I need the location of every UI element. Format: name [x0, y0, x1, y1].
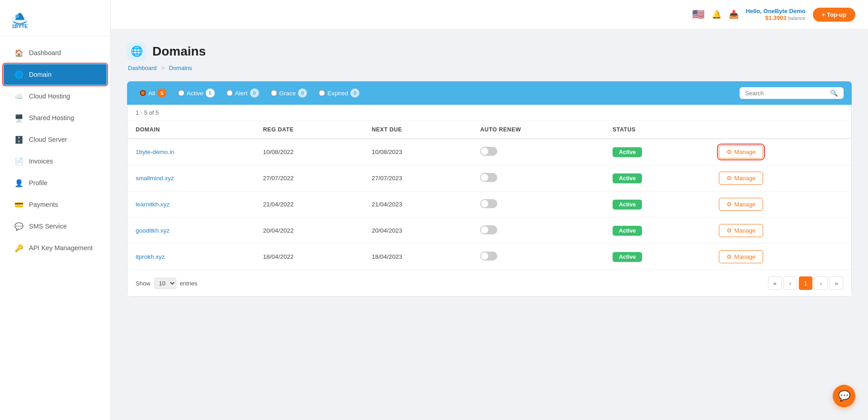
sidebar-item-dashboard[interactable]: 🏠 Dashboard: [4, 42, 107, 63]
table-row: smallmind.xyz 27/07/2022 27/07/2023 Acti…: [127, 165, 851, 191]
logo: 1BYTE: [0, 0, 110, 36]
sidebar-item-api-key[interactable]: 🔑 API Key Management: [4, 238, 107, 258]
col-auto-renew: AUTO RENEW: [472, 121, 604, 139]
sidebar-item-shared-hosting[interactable]: 🖥️ Shared Hosting: [4, 107, 107, 128]
show-entries: Show 10 25 50 entries: [136, 278, 198, 289]
sidebar-item-cloud-server[interactable]: 🗄️ Cloud Server: [4, 129, 107, 150]
search-box: 🔍: [740, 87, 844, 99]
manage-button[interactable]: ⚙ Manage: [719, 198, 763, 211]
auto-renew-toggle[interactable]: [480, 147, 497, 156]
balance-row: $1.3903 balance: [765, 14, 806, 21]
payments-icon: 💳: [14, 200, 24, 209]
manage-button[interactable]: ⚙ Manage: [719, 172, 763, 185]
sidebar-item-label: Cloud Hosting: [29, 93, 70, 100]
sidebar-item-profile[interactable]: 👤 Profile: [4, 173, 107, 193]
action-cell: ⚙ Manage: [711, 139, 851, 165]
next-due-cell: 21/04/2023: [363, 191, 472, 218]
auto-renew-toggle[interactable]: [480, 173, 497, 182]
sms-icon: 💬: [14, 222, 24, 231]
filter-all-radio[interactable]: [140, 90, 146, 96]
flag-icon[interactable]: 🇺🇸: [692, 9, 704, 20]
manage-button[interactable]: ⚙ Manage: [719, 224, 763, 237]
reg-date-cell: 18/04/2022: [255, 244, 363, 270]
filter-options: All 5 Active 5 Alert 0 Grace 0: [135, 87, 740, 99]
filter-grace[interactable]: Grace 0: [266, 87, 312, 99]
col-status: STATUS: [604, 121, 711, 139]
download-icon[interactable]: 📥: [729, 9, 739, 19]
filter-active-radio[interactable]: [178, 90, 184, 96]
auto-renew-cell: [472, 218, 604, 244]
sidebar-item-label: Dashboard: [29, 49, 61, 56]
notification-icon[interactable]: 🔔: [712, 9, 722, 19]
greeting-text: Hello, OneByte Demo: [746, 8, 806, 14]
gear-icon: ⚙: [726, 201, 732, 208]
domains-table-container: 1 - 5 of 5 DOMAIN REG DATE NEXT DUE AUTO…: [127, 105, 852, 297]
domain-cell: 1byte-demo.in: [127, 139, 255, 165]
sidebar-item-sms-service[interactable]: 💬 SMS Service: [4, 216, 107, 237]
status-cell: Active: [604, 218, 711, 244]
topup-button[interactable]: + Top-up: [813, 8, 855, 22]
sidebar-item-payments[interactable]: 💳 Payments: [4, 194, 107, 215]
col-domain: DOMAIN: [127, 121, 255, 139]
domain-link[interactable]: gooditkh.xyz: [136, 227, 170, 234]
entries-label: entries: [180, 280, 198, 287]
next-due-cell: 10/08/2023: [363, 139, 472, 165]
pagination-first[interactable]: «: [768, 276, 782, 290]
chat-fab-button[interactable]: 💬: [833, 385, 855, 407]
filter-expired[interactable]: Expired 0: [314, 87, 364, 99]
sidebar-item-label: Payments: [29, 201, 58, 208]
domains-table: DOMAIN REG DATE NEXT DUE AUTO RENEW STAT…: [127, 121, 851, 270]
auto-renew-toggle[interactable]: [480, 252, 497, 261]
domain-link[interactable]: smallmind.xyz: [136, 175, 174, 182]
breadcrumb-separator: >: [161, 65, 165, 71]
status-cell: Active: [604, 191, 711, 218]
filter-bar: All 5 Active 5 Alert 0 Grace 0: [127, 81, 852, 105]
filter-grace-count: 0: [298, 89, 307, 98]
auto-renew-cell: [472, 191, 604, 218]
sidebar-item-label: SMS Service: [29, 223, 67, 230]
filter-all[interactable]: All 5: [135, 87, 171, 99]
manage-button[interactable]: ⚙ Manage: [719, 250, 763, 263]
action-cell: ⚙ Manage: [711, 165, 851, 191]
invoices-icon: 📄: [14, 157, 24, 166]
auto-renew-cell: [472, 244, 604, 270]
profile-icon: 👤: [14, 178, 24, 187]
pagination-prev[interactable]: ‹: [783, 276, 797, 290]
pagination-1[interactable]: 1: [799, 276, 812, 290]
pagination: « ‹ 1 › »: [768, 276, 843, 290]
sidebar-item-invoices[interactable]: 📄 Invoices: [4, 151, 107, 172]
auto-renew-toggle[interactable]: [480, 225, 497, 234]
filter-expired-radio[interactable]: [319, 90, 325, 96]
filter-alert[interactable]: Alert 0: [222, 87, 264, 99]
cloud-hosting-icon: ☁️: [14, 92, 24, 101]
table-row: 1byte-demo.in 10/08/2022 10/08/2023 Acti…: [127, 139, 851, 165]
domain-icon: 🌐: [14, 70, 24, 79]
sidebar-item-domain[interactable]: 🌐 Domain: [4, 64, 107, 85]
entries-select[interactable]: 10 25 50: [154, 278, 176, 289]
domain-cell: smallmind.xyz: [127, 165, 255, 191]
status-badge: Active: [613, 252, 642, 262]
breadcrumb-home[interactable]: Dashboard: [128, 65, 157, 71]
auto-renew-cell: [472, 165, 604, 191]
col-reg-date: REG DATE: [255, 121, 363, 139]
search-input[interactable]: [745, 90, 826, 97]
filter-active[interactable]: Active 5: [174, 87, 219, 99]
domain-cell: learnitkh.xyz: [127, 191, 255, 218]
filter-alert-radio[interactable]: [226, 90, 233, 96]
svg-text:1BYTE: 1BYTE: [12, 23, 28, 29]
balance-label: balance: [788, 15, 806, 21]
gear-icon: ⚙: [726, 253, 732, 260]
auto-renew-toggle[interactable]: [480, 199, 497, 208]
domain-link[interactable]: itprokh.xyz: [136, 253, 165, 260]
reg-date-cell: 10/08/2022: [255, 139, 363, 165]
pagination-next[interactable]: ›: [814, 276, 828, 290]
action-cell: ⚙ Manage: [711, 191, 851, 218]
status-cell: Active: [604, 139, 711, 165]
pagination-last[interactable]: »: [830, 276, 843, 290]
manage-button[interactable]: ⚙ Manage: [719, 145, 763, 159]
domain-link[interactable]: 1byte-demo.in: [136, 149, 175, 155]
domain-link[interactable]: learnitkh.xyz: [136, 201, 170, 208]
filter-grace-radio[interactable]: [271, 90, 277, 96]
cloud-server-icon: 🗄️: [14, 135, 24, 144]
sidebar-item-cloud-hosting[interactable]: ☁️ Cloud Hosting: [4, 86, 107, 107]
